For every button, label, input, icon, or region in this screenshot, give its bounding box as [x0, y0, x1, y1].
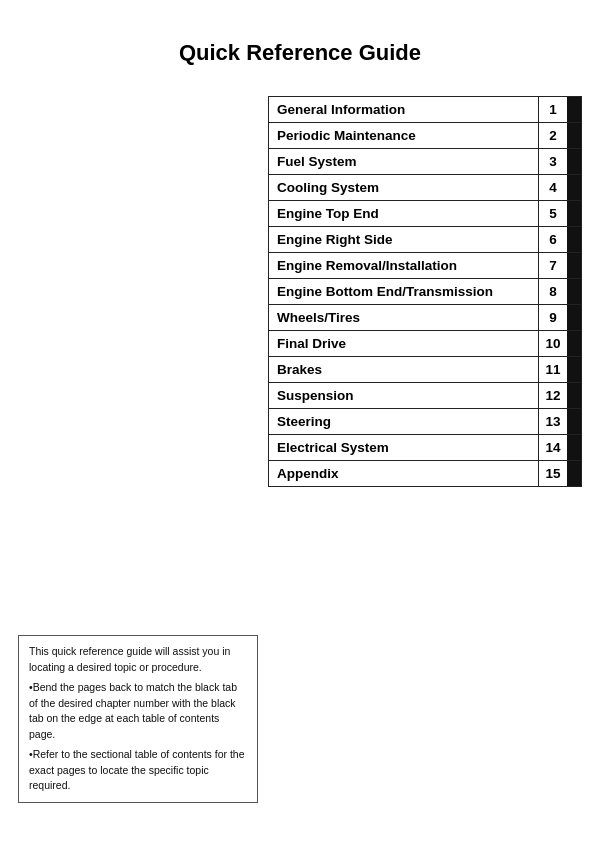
- toc-black-tab: [567, 123, 581, 148]
- info-line-2: •Bend the pages back to match the black …: [29, 680, 247, 743]
- table-row: Engine Top End5: [268, 200, 582, 226]
- toc-black-tab: [567, 97, 581, 122]
- table-row: Engine Removal/Installation7: [268, 252, 582, 278]
- toc-black-tab: [567, 435, 581, 460]
- toc-black-tab: [567, 331, 581, 356]
- toc-item-label: Wheels/Tires: [269, 305, 539, 330]
- toc-item-number: 12: [539, 383, 567, 408]
- toc-item-label: Brakes: [269, 357, 539, 382]
- toc-item-label: Engine Right Side: [269, 227, 539, 252]
- toc-item-label: Periodic Maintenance: [269, 123, 539, 148]
- table-row: Cooling System4: [268, 174, 582, 200]
- info-line-1: This quick reference guide will assist y…: [29, 644, 247, 676]
- toc-black-tab: [567, 149, 581, 174]
- toc-item-number: 3: [539, 149, 567, 174]
- toc-item-number: 7: [539, 253, 567, 278]
- toc-black-tab: [567, 279, 581, 304]
- table-row: Engine Right Side6: [268, 226, 582, 252]
- page-title: Quick Reference Guide: [0, 0, 600, 86]
- toc-item-number: 13: [539, 409, 567, 434]
- toc-item-label: Steering: [269, 409, 539, 434]
- toc-item-label: Appendix: [269, 461, 539, 486]
- toc-item-number: 1: [539, 97, 567, 122]
- table-row: Steering13: [268, 408, 582, 434]
- toc-black-tab: [567, 461, 581, 486]
- table-row: Electrical System14: [268, 434, 582, 460]
- toc-black-tab: [567, 305, 581, 330]
- table-row: Brakes11: [268, 356, 582, 382]
- toc-item-number: 5: [539, 201, 567, 226]
- info-line-3: •Refer to the sectional table of content…: [29, 747, 247, 794]
- toc-item-number: 15: [539, 461, 567, 486]
- table-row: General Information1: [268, 96, 582, 122]
- toc-item-number: 9: [539, 305, 567, 330]
- toc-black-tab: [567, 201, 581, 226]
- toc-black-tab: [567, 383, 581, 408]
- toc-item-number: 10: [539, 331, 567, 356]
- toc-item-number: 2: [539, 123, 567, 148]
- table-row: Final Drive10: [268, 330, 582, 356]
- toc-black-tab: [567, 357, 581, 382]
- toc-item-label: Suspension: [269, 383, 539, 408]
- toc-black-tab: [567, 175, 581, 200]
- toc-item-label: Cooling System: [269, 175, 539, 200]
- toc-item-label: Engine Removal/Installation: [269, 253, 539, 278]
- toc-item-label: Fuel System: [269, 149, 539, 174]
- table-row: Wheels/Tires9: [268, 304, 582, 330]
- toc-item-number: 6: [539, 227, 567, 252]
- toc-item-number: 14: [539, 435, 567, 460]
- info-box: This quick reference guide will assist y…: [18, 635, 258, 803]
- table-row: Engine Bottom End/Transmission8: [268, 278, 582, 304]
- toc-item-label: Engine Bottom End/Transmission: [269, 279, 539, 304]
- table-row: Periodic Maintenance2: [268, 122, 582, 148]
- table-row: Suspension12: [268, 382, 582, 408]
- table-row: Fuel System3: [268, 148, 582, 174]
- toc-item-number: 8: [539, 279, 567, 304]
- toc-item-label: Electrical System: [269, 435, 539, 460]
- toc-container: General Information1Periodic Maintenance…: [268, 96, 582, 487]
- toc-item-number: 11: [539, 357, 567, 382]
- toc-black-tab: [567, 227, 581, 252]
- table-row: Appendix15: [268, 460, 582, 487]
- toc-black-tab: [567, 409, 581, 434]
- toc-item-label: General Information: [269, 97, 539, 122]
- toc-item-label: Engine Top End: [269, 201, 539, 226]
- toc-item-number: 4: [539, 175, 567, 200]
- toc-item-label: Final Drive: [269, 331, 539, 356]
- toc-black-tab: [567, 253, 581, 278]
